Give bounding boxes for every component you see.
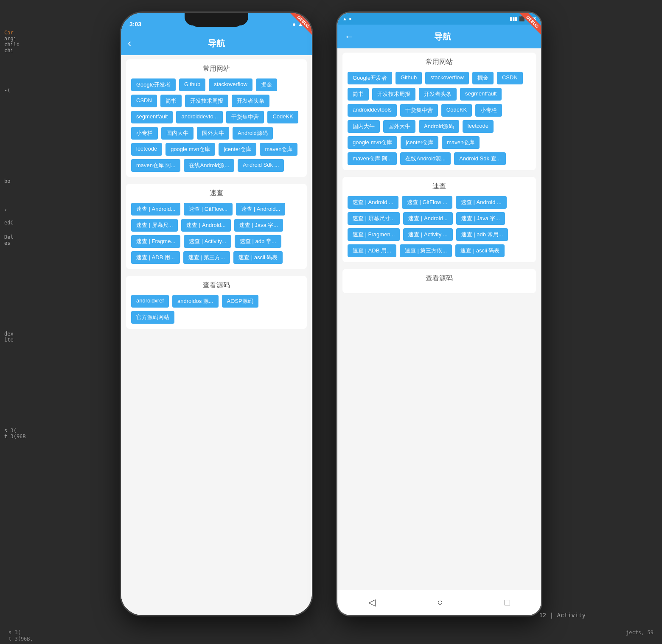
a-chip-android-sdk[interactable]: Android Sdk 查... bbox=[454, 152, 506, 165]
a-chip-juejin[interactable]: 掘金 bbox=[472, 72, 494, 84]
android-recent-nav[interactable]: □ bbox=[505, 597, 510, 608]
chip-android-sdk[interactable]: Android Sdk ... bbox=[238, 159, 284, 172]
a-chip-foreign-guru[interactable]: 国外大牛 bbox=[383, 120, 415, 133]
chip-qr-gitflow[interactable]: 速查 | GitFlow... bbox=[184, 203, 233, 216]
android-home-nav[interactable]: ○ bbox=[437, 597, 443, 608]
iphone-app-bar: ‹ 导航 bbox=[121, 31, 312, 55]
chip-devweekly[interactable]: 开发技术周报 bbox=[185, 95, 228, 107]
chip-codekk[interactable]: CodeKK bbox=[267, 111, 298, 123]
chip-xiaozhuanlan[interactable]: 小专栏 bbox=[131, 127, 158, 140]
a-chip-devtoutiao[interactable]: 开发者头条 bbox=[419, 88, 457, 101]
a-chip-stackoverflow[interactable]: stackoverflow bbox=[425, 72, 469, 84]
chip-qr-java[interactable]: 速查 | Java 字... bbox=[234, 219, 283, 232]
chip-google[interactable]: Google开发者 bbox=[131, 78, 176, 91]
chip-foreign-guru[interactable]: 国外大牛 bbox=[197, 127, 229, 140]
iphone-frame: 3:03 ● ▲ ‹ 导航 常用网站 Google开发者 bbox=[121, 13, 312, 615]
chip-qr-adb2[interactable]: 速查 | ADB 用... bbox=[131, 251, 180, 264]
chip-official-source[interactable]: 官方源码网站 bbox=[131, 311, 174, 324]
chip-qr-fragment[interactable]: 速查 | Fragme... bbox=[131, 235, 180, 248]
chip-online-android[interactable]: 在线Android源... bbox=[184, 159, 234, 172]
chip-stackoverflow[interactable]: stackoverflow bbox=[209, 78, 252, 91]
a-chip-devweekly[interactable]: 开发技术周报 bbox=[372, 88, 415, 101]
chip-qr-ascii[interactable]: 速查 | ascii 码表 bbox=[233, 251, 283, 264]
notification-icon: ● bbox=[349, 16, 352, 21]
android-nav-title: 导航 bbox=[361, 31, 524, 42]
chip-domestic-guru[interactable]: 国内大牛 bbox=[161, 127, 194, 140]
android-back-button[interactable]: ← bbox=[344, 31, 354, 42]
a-chip-google[interactable]: Google开发者 bbox=[348, 72, 392, 84]
a-chip-qr-adb2[interactable]: 速查 | ADB 用... bbox=[348, 244, 396, 257]
chip-qr-screen[interactable]: 速查 | 屏幕尺... bbox=[131, 219, 178, 232]
android-section-quickref: 速查 速查 | Android ... 速查 | GitFlow ... 速查 … bbox=[342, 177, 536, 262]
chip-qr-android3[interactable]: 速查 | Android... bbox=[181, 219, 230, 232]
chip-juejin[interactable]: 掘金 bbox=[256, 78, 277, 91]
chip-leetcode[interactable]: leetcode bbox=[131, 143, 162, 156]
iphone-content[interactable]: 常用网站 Google开发者 Github stackoverflow 掘金 C… bbox=[121, 55, 312, 615]
a-chip-qr-android2[interactable]: 速查 | Android ... bbox=[456, 196, 507, 209]
android-screen: ▲ ● ▮▮▮ ⬛ 3:03 ← 导航 常用网站 bbox=[337, 13, 541, 590]
a-chip-leetcode[interactable]: leetcode bbox=[463, 120, 494, 133]
chip-jianshu[interactable]: 简书 bbox=[160, 95, 182, 107]
android-back-nav[interactable]: ◁ bbox=[368, 597, 376, 608]
chip-qr-third[interactable]: 速查 | 第三方... bbox=[183, 251, 230, 264]
chip-maven[interactable]: maven仓库 bbox=[260, 143, 297, 156]
a-chip-androiddevtools[interactable]: androiddevtools bbox=[348, 104, 397, 117]
iphone-back-button[interactable]: ‹ bbox=[128, 37, 131, 49]
iphone-time: 3:03 bbox=[129, 21, 141, 28]
a-chip-qr-android1[interactable]: 速查 | Android ... bbox=[348, 196, 398, 209]
a-chip-qr-fragment[interactable]: 速查 | Fragmen... bbox=[348, 228, 400, 241]
chip-qr-activity[interactable]: 速查 | Activity... bbox=[184, 235, 231, 248]
iphone-sourcecode-chips: androidxref androidos 源... AOSP源码 官方源码网站 bbox=[131, 295, 302, 324]
android-status-left: ▲ ● bbox=[342, 16, 352, 21]
a-chip-android-source[interactable]: Android源码 bbox=[419, 120, 459, 133]
chip-qr-adb[interactable]: 速查 | adb 常... bbox=[235, 235, 281, 248]
a-chip-qr-java[interactable]: 速查 | Java 字... bbox=[456, 212, 505, 225]
a-chip-ganhuo[interactable]: 干货集中营 bbox=[400, 104, 438, 117]
android-sourcecode-title: 查看源码 bbox=[348, 274, 531, 283]
a-chip-github[interactable]: Github bbox=[396, 72, 422, 84]
a-chip-xiaozhuanlan[interactable]: 小专栏 bbox=[475, 104, 502, 117]
chip-jcenter[interactable]: jcenter仓库 bbox=[219, 143, 256, 156]
chip-qr-android1[interactable]: 速查 | Android... bbox=[131, 203, 180, 216]
chip-qr-android2[interactable]: 速查 | Android... bbox=[236, 203, 285, 216]
a-chip-jianshu[interactable]: 简书 bbox=[348, 88, 369, 101]
iphone-status-bar: 3:03 ● ▲ bbox=[121, 13, 312, 31]
android-app-bar: ← 导航 bbox=[337, 25, 541, 48]
a-chip-qr-android3[interactable]: 速查 | Android .. bbox=[403, 212, 452, 225]
a-chip-segmentfault[interactable]: segmentfault bbox=[460, 88, 502, 101]
iphone-section-quickref: 速查 速查 | Android... 速查 | GitFlow... 速查 | … bbox=[126, 184, 307, 269]
chip-google-mvn[interactable]: google mvn仓库 bbox=[166, 143, 215, 156]
chip-android-source[interactable]: Android源码 bbox=[233, 127, 273, 140]
editor-bottom-left2: t 3(96B, bbox=[8, 636, 33, 642]
a-chip-qr-third[interactable]: 速查 | 第三方依... bbox=[400, 244, 452, 257]
a-chip-csdn[interactable]: CSDN bbox=[497, 72, 523, 84]
a-chip-qr-ascii[interactable]: 速查 | ascii 码表 bbox=[455, 244, 505, 257]
chip-ganhuo[interactable]: 干货集中营 bbox=[226, 111, 264, 123]
chip-github[interactable]: Github bbox=[179, 78, 205, 91]
a-chip-maven-ali[interactable]: maven仓库 阿... bbox=[348, 152, 397, 165]
chip-csdn[interactable]: CSDN bbox=[131, 95, 157, 107]
a-chip-google-mvn[interactable]: google mvn仓库 bbox=[348, 136, 397, 149]
a-chip-qr-gitflow[interactable]: 速查 | GitFlow ... bbox=[402, 196, 452, 209]
a-chip-jcenter[interactable]: jcenter仓库 bbox=[401, 136, 438, 149]
a-chip-qr-activity[interactable]: 速查 | Activity ... bbox=[403, 228, 452, 241]
a-chip-qr-screen[interactable]: 速查 | 屏幕尺寸... bbox=[348, 212, 400, 225]
iphone-websites-title: 常用网站 bbox=[131, 64, 302, 73]
activity-label: 12 | Activity bbox=[539, 612, 586, 619]
a-chip-codekk[interactable]: CodeKK bbox=[441, 104, 472, 117]
chip-maven-ali[interactable]: maven仓库 阿... bbox=[131, 159, 180, 172]
android-content[interactable]: 常用网站 Google开发者 Github stackoverflow 掘金 C… bbox=[337, 48, 541, 583]
a-chip-qr-adb[interactable]: 速查 | adb 常用... bbox=[456, 228, 508, 241]
chip-androidxref[interactable]: androidxref bbox=[131, 295, 169, 308]
chip-androidos[interactable]: androidos 源... bbox=[172, 295, 219, 308]
chip-aosp[interactable]: AOSP源码 bbox=[222, 295, 258, 308]
a-chip-maven[interactable]: maven仓库 bbox=[442, 136, 480, 149]
a-chip-domestic-guru[interactable]: 国内大牛 bbox=[348, 120, 380, 133]
editor-bottom-left: s 3( bbox=[8, 630, 21, 636]
chip-segmentfault[interactable]: segmentfault bbox=[131, 111, 173, 123]
chip-devtoutiao[interactable]: 开发者头条 bbox=[232, 95, 269, 107]
android-nav-bar: ◁ ○ □ bbox=[337, 590, 541, 615]
iphone-section-websites: 常用网站 Google开发者 Github stackoverflow 掘金 C… bbox=[126, 59, 307, 177]
chip-androiddevto[interactable]: androiddevto... bbox=[176, 111, 223, 123]
a-chip-online-android[interactable]: 在线Android源... bbox=[400, 152, 451, 165]
